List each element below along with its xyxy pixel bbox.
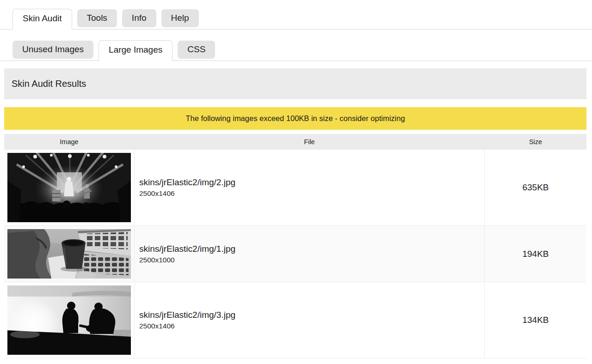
tab-tools[interactable]: Tools [77,9,117,27]
audit-results-panel: Skin Audit Results The following images … [4,68,586,358]
tab-help[interactable]: Help [161,9,199,27]
file-dimensions: 2500x1000 [139,255,484,265]
file-path: skins/jrElastic2/img/1.jpg [139,243,484,255]
thumbnail-concert-stage [4,150,134,225]
results-title: Skin Audit Results [4,68,586,99]
file-cell: skins/jrElastic2/img/1.jpg 2500x1000 [134,226,485,282]
file-size: 194KB [485,226,586,282]
file-cell: skins/jrElastic2/img/3.jpg 2500x1406 [134,282,485,358]
file-path: skins/jrElastic2/img/2.jpg [139,177,484,188]
main-tab-bar: Skin Audit Tools Info Help [0,0,592,30]
tab-large-images[interactable]: Large Images [99,40,173,61]
file-cell: skins/jrElastic2/img/2.jpg 2500x1406 [134,150,485,225]
tab-skin-audit[interactable]: Skin Audit [12,9,72,30]
file-size: 635KB [485,150,586,225]
table-row: skins/jrElastic2/img/2.jpg 2500x1406 635… [4,150,586,226]
tab-info[interactable]: Info [122,9,156,27]
file-dimensions: 2500x1406 [139,322,484,331]
table-header-row: Image File Size [4,134,586,150]
column-header-file: File [134,138,485,146]
column-header-image: Image [4,138,134,146]
column-header-size: Size [485,138,586,146]
table-row: skins/jrElastic2/img/3.jpg 2500x1406 134… [4,282,586,358]
large-images-table: Image File Size [4,134,586,358]
tab-css[interactable]: CSS [178,41,215,59]
thumbnail-sunset-silhouettes [4,282,134,358]
thumbnail-coffee-laptop [4,226,134,282]
file-path: skins/jrElastic2/img/3.jpg [139,309,484,321]
tab-unused-images[interactable]: Unused Images [12,41,93,59]
size-warning-banner: The following images exceed 100KB in siz… [4,107,586,130]
file-size: 134KB [485,282,586,358]
file-dimensions: 2500x1406 [139,189,484,198]
table-row: skins/jrElastic2/img/1.jpg 2500x1000 194… [4,226,586,282]
audit-sub-tab-bar: Unused Images Large Images CSS [0,40,592,61]
